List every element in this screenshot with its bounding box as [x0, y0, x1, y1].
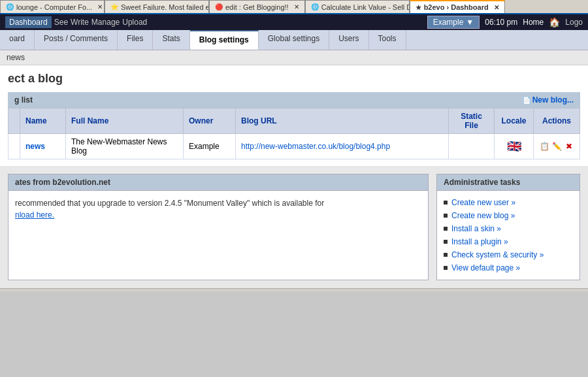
row-name: news	[20, 134, 66, 159]
blog-url-link[interactable]: http://new-webmaster.co.uk/blog/blog4.ph…	[241, 142, 390, 151]
tab3-favicon: 🔴	[215, 3, 223, 10]
tab-files[interactable]: Files	[118, 30, 153, 50]
browser-tab-bar: 🌐 lounge - Computer Fo... ✕ ⭐ Sweet Fail…	[0, 0, 588, 14]
admin-task-link-1[interactable]: Create new blog »	[451, 211, 515, 220]
col-locale[interactable]: Locale	[495, 108, 534, 134]
tab4-favicon: 🌐	[311, 3, 319, 10]
row-id	[8, 134, 20, 159]
admin-task-4: Check system & security »	[444, 248, 573, 261]
download-link[interactable]: nload here.	[15, 210, 54, 220]
bullet-icon-3	[444, 240, 448, 244]
admin-task-link-5[interactable]: View default page »	[451, 263, 520, 272]
app-nav-manage[interactable]: Manage	[91, 18, 120, 27]
tab3-label: edit : Get Blogging!!	[225, 3, 289, 11]
blog-name-link[interactable]: news	[25, 142, 45, 151]
admin-task-3: Install a plugin »	[444, 235, 573, 248]
breadcrumb-text: news	[7, 53, 25, 62]
admin-task-5: View default page »	[444, 261, 573, 274]
tab-board[interactable]: oard	[0, 30, 35, 50]
blog-list-label: g list	[14, 95, 33, 105]
browser-tab-1[interactable]: 🌐 lounge - Computer Fo... ✕	[0, 0, 105, 13]
admin-task-1: Create new blog »	[444, 209, 573, 222]
home-link[interactable]: Home	[523, 18, 544, 27]
bottom-area: ates from b2evolution.net recommended th…	[0, 166, 588, 288]
app-nav-dashboard[interactable]: Dashboard	[5, 16, 52, 28]
edit-icon[interactable]: ✏️	[551, 141, 562, 152]
time-display: 06:10 pm	[485, 18, 517, 27]
col-fullname[interactable]: Full Name	[66, 108, 184, 134]
action-icons: 📋 ✏️ ✖	[539, 141, 574, 152]
col-name[interactable]: Name	[20, 108, 66, 134]
browser-tab-5[interactable]: ★ b2evo › Dashboard ✕	[410, 0, 505, 13]
admin-task-0: Create new user »	[444, 196, 573, 209]
admin-task-2: Install a skin »	[444, 222, 573, 235]
browser-tab-2[interactable]: ⭐ Sweet Failure. Most failed e... ✕	[105, 0, 209, 13]
tab-blog-settings[interactable]: Blog settings	[190, 30, 259, 50]
updates-text: recommended that you upgrade to version …	[15, 199, 324, 208]
app-nav-see[interactable]: See	[54, 18, 68, 27]
page-content: ect a blog g list New blog... Name Full …	[0, 65, 588, 166]
copy-icon[interactable]: 📋	[539, 141, 549, 152]
admin-tasks-section: Administrative tasks Create new user » C…	[436, 174, 580, 280]
bullet-icon-0	[444, 201, 448, 205]
tab3-close[interactable]: ✕	[294, 3, 299, 10]
tab-stats[interactable]: Stats	[153, 30, 189, 50]
logo-label: Logo	[565, 18, 583, 27]
updates-body: recommended that you upgrade to version …	[8, 191, 428, 227]
bullet-icon-2	[444, 227, 448, 231]
bullet-icon-5	[444, 266, 448, 270]
admin-tasks-body: Create new user » Create new blog » Inst…	[437, 191, 580, 280]
blog-list-header: g list New blog...	[8, 92, 580, 108]
app-nav-upload[interactable]: Upload	[122, 18, 147, 27]
admin-task-link-4[interactable]: Check system & security »	[451, 250, 544, 259]
browser-tab-3[interactable]: 🔴 edit : Get Blogging!! ✕	[209, 0, 305, 13]
page-title: ect a blog	[8, 72, 580, 86]
admin-task-link-3[interactable]: Install a plugin »	[451, 237, 508, 246]
row-fullname: The New-Webmaster News Blog	[66, 134, 184, 159]
tab1-favicon: 🌐	[6, 3, 14, 10]
col-actions[interactable]: Actions	[534, 108, 580, 134]
tab1-label: lounge - Computer Fo...	[16, 3, 92, 11]
topbar-right: Example ▼ 06:10 pm Home 🏠 Logo	[427, 16, 583, 29]
app-nav-write[interactable]: Write	[71, 18, 89, 27]
tab5-favicon: ★	[416, 4, 421, 11]
dropdown-arrow-icon: ▼	[466, 18, 474, 27]
tab5-close[interactable]: ✕	[494, 4, 499, 11]
table-row: news The New-Webmaster News Blog Example…	[8, 134, 580, 159]
tab-users[interactable]: Users	[329, 30, 368, 50]
tab2-favicon: ⭐	[110, 3, 118, 10]
delete-icon[interactable]: ✖	[564, 141, 574, 152]
updates-section: ates from b2evolution.net recommended th…	[8, 174, 429, 280]
col-owner[interactable]: Owner	[184, 108, 236, 134]
browser-tab-4[interactable]: 🌐 Calculate Link Value - Sell Dir... ✕	[305, 0, 410, 13]
tab-posts[interactable]: Posts / Comments	[35, 30, 118, 50]
table-header: Name Full Name Owner Blog URL Static Fil…	[8, 108, 580, 134]
home-icon: 🏠	[549, 17, 560, 27]
app-topbar-left: Dashboard See Write Manage Upload	[5, 16, 147, 28]
breadcrumb: news	[0, 50, 588, 65]
tab5-label: b2evo › Dashboard	[424, 3, 489, 11]
status-bar	[0, 288, 588, 291]
col-url[interactable]: Blog URL	[236, 108, 449, 134]
tab1-close[interactable]: ✕	[97, 3, 103, 10]
admin-task-link-2[interactable]: Install a skin »	[451, 224, 501, 233]
app-topbar: Dashboard See Write Manage Upload Exampl…	[0, 14, 588, 30]
user-label: Example	[433, 18, 464, 27]
user-dropdown[interactable]: Example ▼	[427, 16, 480, 29]
table-body: news The New-Webmaster News Blog Example…	[8, 134, 580, 159]
col-static[interactable]: Static File	[449, 108, 495, 134]
tab2-label: Sweet Failure. Most failed e...	[121, 3, 209, 11]
tab-global-settings[interactable]: Global settings	[259, 30, 329, 50]
table-header-row: Name Full Name Owner Blog URL Static Fil…	[8, 108, 580, 134]
admin-tasks-header: Administrative tasks	[437, 174, 580, 191]
tab4-label: Calculate Link Value - Sell Dir...	[321, 3, 410, 11]
blog-table: Name Full Name Owner Blog URL Static Fil…	[8, 108, 580, 159]
bullet-icon-4	[444, 253, 448, 257]
admin-task-link-0[interactable]: Create new user »	[451, 198, 515, 207]
row-locale: 🇬🇧	[495, 134, 534, 159]
row-url: http://new-webmaster.co.uk/blog/blog4.ph…	[236, 134, 449, 159]
tab-tools[interactable]: Tools	[369, 30, 406, 50]
updates-header: ates from b2evolution.net	[8, 174, 428, 191]
new-blog-link[interactable]: New blog...	[523, 95, 574, 105]
locale-flag: 🇬🇧	[507, 140, 521, 153]
